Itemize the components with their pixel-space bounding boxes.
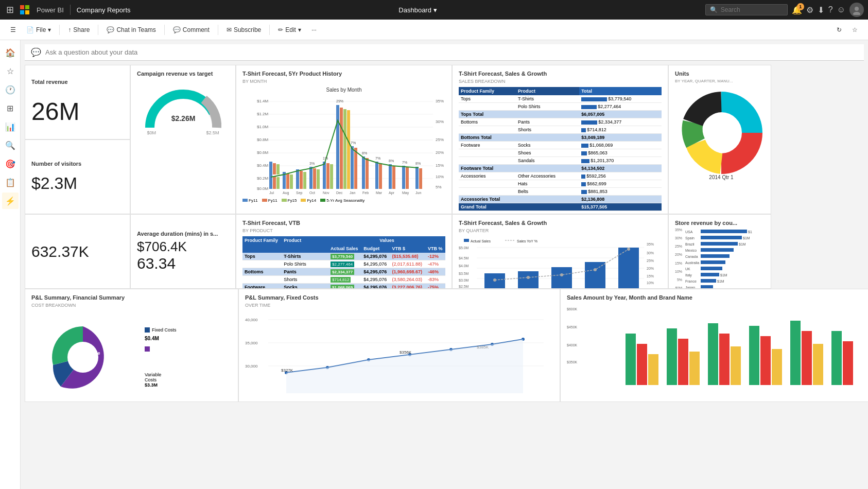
table-row-grand-total: Grand Total$15,377,505	[459, 203, 662, 211]
vtb-title: T-Shirt Forecast, VTB	[242, 220, 445, 226]
svg-rect-60	[415, 167, 419, 189]
svg-rect-135	[701, 267, 722, 270]
sales-amount-svg	[620, 303, 857, 395]
notification-badge: 1	[797, 3, 804, 10]
svg-rect-48	[343, 109, 346, 189]
notification-icon[interactable]: 🔔 1	[792, 5, 802, 15]
pl-legend: Fixed Costs $0.4M Variable Costs $3.3M	[145, 327, 177, 388]
svg-rect-173	[689, 352, 700, 385]
svg-rect-168	[626, 334, 636, 385]
sidebar: 🏠 ☆ 🕐 ⊞ 📊 🔍 🎯 📋 ⚡	[0, 40, 21, 489]
toolbar-sep-5	[269, 25, 270, 35]
tshirt-forecast-title: T-Shirt Forecast, 5Yr Product History	[242, 71, 445, 77]
svg-rect-178	[760, 336, 771, 385]
toolbar-right: ↻ ☆	[832, 24, 862, 36]
nav-divider-1	[70, 5, 71, 15]
svg-text:Brazil: Brazil	[685, 242, 695, 246]
svg-rect-0	[20, 5, 24, 9]
svg-text:Apr: Apr	[389, 191, 395, 195]
store-revenue-title: Store revenue by cou...	[675, 220, 765, 226]
edit-button[interactable]: ✏ Edit ▾	[274, 24, 305, 36]
svg-rect-180	[790, 321, 801, 385]
menu-toggle-button[interactable]: ☰	[6, 24, 20, 36]
svg-text:Jan: Jan	[350, 191, 355, 195]
sidebar-icon-active[interactable]: ⚡	[2, 193, 19, 209]
comment-label: Comment	[183, 26, 210, 33]
svg-rect-177	[749, 326, 759, 385]
table-row: FootwareSocks $1,068,069 $4,295,076 (3,2…	[242, 284, 445, 289]
svg-rect-49	[347, 110, 350, 189]
table-row: TopsT-Shirts $3,779,540	[459, 95, 662, 103]
download-icon[interactable]: ⬇	[818, 5, 824, 15]
svg-rect-104	[518, 271, 539, 289]
svg-rect-54	[375, 162, 378, 189]
sidebar-icon-recent[interactable]: 🕐	[2, 81, 19, 98]
svg-text:Italy: Italy	[685, 273, 692, 277]
file-button[interactable]: 📄 File ▾	[22, 24, 55, 36]
svg-text:1%: 1%	[323, 156, 328, 160]
feedback-icon[interactable]: ☺	[837, 5, 845, 14]
sidebar-icon-metrics[interactable]: 📊	[2, 118, 19, 135]
table-row: Polo Shirts $2,277,464 $4,295,076 (2,017…	[242, 260, 445, 268]
units-title: Units	[675, 71, 765, 77]
svg-text:Feb: Feb	[362, 191, 369, 195]
gauge-max: $2.5M	[206, 130, 219, 135]
svg-text:Actual Sales: Actual Sales	[471, 239, 491, 243]
vtb-subtitle: BY PRODUCT	[242, 228, 445, 233]
user-avatar[interactable]	[849, 3, 864, 17]
svg-rect-137	[701, 273, 719, 276]
svg-text:$0.6M: $0.6M	[257, 150, 269, 155]
svg-text:35%: 35%	[436, 99, 444, 103]
settings-icon[interactable]: ⚙	[806, 5, 813, 15]
svg-text:7%: 7%	[375, 156, 380, 160]
grid-menu-icon[interactable]: ⊞	[4, 2, 16, 18]
sidebar-icon-goals[interactable]: 🎯	[2, 155, 19, 172]
share-button[interactable]: ↑ Share	[64, 24, 94, 36]
help-icon[interactable]: ?	[828, 5, 833, 14]
svg-rect-143	[701, 285, 713, 289]
units-period: 2014 Qtr 1	[709, 174, 734, 180]
table-row: Hats $662,699	[459, 180, 662, 188]
edit-label: Edit	[285, 26, 296, 33]
svg-point-4	[855, 7, 859, 11]
favorite-button[interactable]: ☆	[848, 24, 862, 36]
svg-text:$5.0M: $5.0M	[459, 246, 469, 250]
svg-text:25%: 25%	[436, 137, 444, 142]
toolbar-sep-3	[164, 25, 165, 35]
qa-bar: 💬	[25, 44, 864, 61]
sidebar-icon-star[interactable]: ☆	[2, 63, 19, 79]
dashboard-button[interactable]: Dashboard ▾	[398, 6, 437, 14]
search-input[interactable]	[721, 6, 783, 13]
chat-teams-button[interactable]: 💬 Chat in Teams	[102, 24, 160, 36]
qa-input[interactable]	[45, 48, 200, 56]
sales-quarter-svg: Actual Sales Sales YoY % 35% 30% 25% 20%…	[459, 236, 665, 289]
subscribe-button[interactable]: ✉ Subscribe	[222, 24, 265, 36]
sidebar-icon-explore[interactable]: 🔍	[2, 137, 19, 153]
tshirt-forecast-card: T-Shirt Forecast, 5Yr Product History BY…	[236, 65, 452, 214]
search-icon: 🔍	[710, 6, 718, 13]
svg-point-109	[527, 276, 530, 279]
svg-text:$0.8M: $0.8M	[257, 137, 269, 142]
svg-rect-3	[25, 10, 29, 14]
svg-text:$450K: $450K	[567, 325, 578, 329]
svg-text:8%: 8%	[362, 151, 367, 155]
pl-pie-svg: Net Income $1.3M	[31, 311, 145, 402]
svg-text:Canada: Canada	[685, 255, 698, 258]
svg-text:$4.0M: $4.0M	[459, 264, 469, 268]
refresh-button[interactable]: ↻	[832, 24, 846, 36]
sidebar-icon-reports[interactable]: 📋	[2, 174, 19, 190]
sidebar-icon-apps[interactable]: ⊞	[2, 100, 19, 116]
comment-button[interactable]: 💬 Comment	[169, 24, 214, 36]
svg-text:Oct: Oct	[309, 191, 315, 195]
variable-costs-legend	[145, 346, 177, 352]
svg-rect-55	[379, 163, 382, 189]
search-box[interactable]: 🔍	[705, 4, 788, 15]
sidebar-icon-home[interactable]: 🏠	[2, 44, 19, 61]
gauge-min: $0M	[147, 130, 157, 135]
svg-text:40,000: 40,000	[245, 318, 258, 322]
svg-rect-172	[678, 339, 688, 385]
more-button[interactable]: ···	[307, 24, 321, 36]
campaign-card: Campaign revenue vs target $2.26M $0M	[130, 65, 236, 214]
top-nav: ⊞ Power BI Company Reports Dashboard ▾ 🔍…	[0, 0, 868, 20]
share-icon: ↑	[68, 26, 71, 33]
